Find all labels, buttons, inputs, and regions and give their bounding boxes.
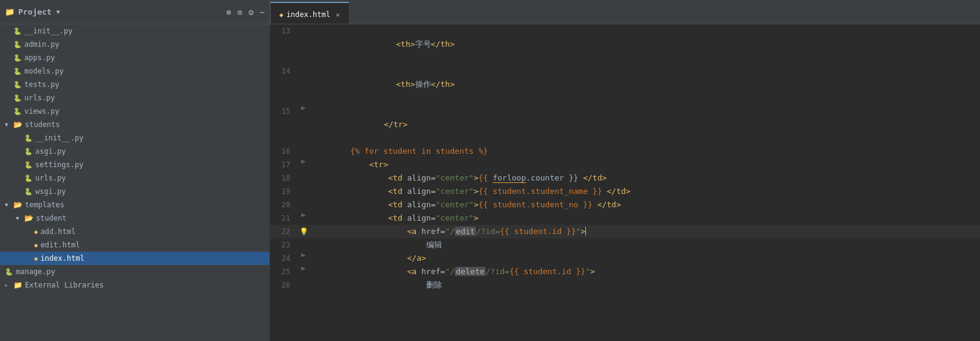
sidebar-item-templates-folder[interactable]: ▼ 📂 templates: [0, 198, 270, 212]
arrow-down-icon: ▼: [16, 215, 24, 221]
py-icon: 🐍: [13, 108, 22, 115]
svg-marker-0: [301, 106, 306, 110]
arrow-right-icon: ▶: [5, 282, 13, 288]
folder-open-icon: 📂: [24, 214, 33, 222]
sidebar-item-edit-html[interactable]: ◆ edit.html: [0, 238, 270, 252]
code-line-13: 13 <th>字号</th>: [270, 24, 980, 64]
code-line-17: 17 <tr>: [270, 158, 980, 171]
sidebar-item-urls2[interactable]: 🐍 urls.py: [0, 171, 270, 185]
line-content: </tr>: [310, 105, 980, 145]
line-content: 编辑: [310, 238, 980, 252]
py-icon: 🐍: [5, 268, 13, 276]
project-folder-icon: 📁: [5, 7, 15, 16]
sidebar-item-add-html[interactable]: ◆ add.html: [0, 225, 270, 238]
line-content: </a>: [310, 252, 980, 265]
folder-blue-icon: 📁: [13, 281, 22, 289]
svg-marker-3: [301, 253, 306, 257]
line-number: 20: [270, 198, 298, 212]
line-number: 23: [270, 238, 298, 252]
tab-bar: ◆ index.html ×: [270, 0, 980, 24]
line-content: <td align="center">{{ forloop.counter }}…: [310, 171, 980, 185]
code-line-21: 21 <td align="center">: [270, 212, 980, 225]
sidebar-item-init-root[interactable]: 🐍 __init__.py: [0, 24, 270, 38]
sidebar-item-manage[interactable]: 🐍 manage.py: [0, 265, 270, 278]
bulb-icon[interactable]: 💡: [299, 225, 308, 238]
sidebar-item-admin[interactable]: 🐍 admin.py: [0, 38, 270, 51]
py-icon: 🐍: [24, 174, 33, 182]
folder-open-icon: 📂: [13, 120, 22, 129]
sidebar-item-wsgi[interactable]: 🐍 wsgi.py: [0, 185, 270, 198]
code-editor: 13 <th>字号</th> 14 <th>操作</th> 15: [270, 24, 980, 341]
line-gutter-bulb[interactable]: 💡: [298, 225, 310, 238]
line-content: <td align="center">{{ student.student_na…: [310, 185, 980, 198]
collapse-all-icon[interactable]: ≡: [237, 7, 242, 17]
new-file-icon[interactable]: ⊕: [226, 7, 231, 17]
project-title: Project: [18, 7, 52, 16]
line-gutter-fold: [298, 212, 310, 219]
py-icon: 🐍: [24, 188, 33, 196]
sidebar-item-apps[interactable]: 🐍 apps.py: [0, 51, 270, 64]
html-icon: ◆: [34, 255, 38, 263]
line-number: 18: [270, 171, 298, 185]
sidebar-item-views[interactable]: 🐍 views.py: [0, 105, 270, 118]
line-number: 19: [270, 185, 298, 198]
folder-open-icon: 📂: [13, 201, 22, 209]
line-content: <tr>: [310, 158, 980, 171]
minimize-icon[interactable]: −: [260, 7, 265, 17]
sidebar-item-settings[interactable]: 🐍 settings.py: [0, 158, 270, 171]
line-content: {% for student in students %}: [310, 145, 980, 158]
sidebar-header: 📁 Project ▼ ⊕ ≡ ⚙ −: [0, 0, 270, 24]
tab-label: index.html: [287, 10, 330, 19]
line-number: 22: [270, 225, 298, 238]
sidebar-item-index-html[interactable]: ◆ index.html: [0, 252, 270, 265]
project-dropdown-icon[interactable]: ▼: [56, 9, 60, 15]
tab-close-icon[interactable]: ×: [336, 11, 340, 19]
py-icon: 🐍: [13, 54, 22, 62]
tab-index-html[interactable]: ◆ index.html ×: [270, 2, 349, 24]
line-number: 15: [270, 105, 298, 118]
svg-marker-4: [301, 267, 306, 270]
py-icon: 🐍: [24, 134, 33, 142]
code-line-15: 15 </tr>: [270, 105, 980, 145]
sidebar-item-student-subfolder[interactable]: ▼ 📂 student: [0, 212, 270, 225]
py-icon: 🐍: [13, 94, 22, 102]
line-gutter-fold: [298, 265, 310, 272]
line-content: <td align="center">: [310, 212, 980, 225]
line-content: <td align="center">{{ student.student_no…: [310, 198, 980, 212]
arrow-down-icon: ▼: [5, 202, 13, 208]
code-line-22: 22 💡 <a href="/edit/?id={{ student.id }}…: [270, 225, 980, 238]
py-icon: 🐍: [13, 81, 22, 89]
code-line-14: 14 <th>操作</th>: [270, 64, 980, 105]
line-number: 25: [270, 265, 298, 278]
sidebar-item-urls1[interactable]: 🐍 urls.py: [0, 91, 270, 105]
line-content: <a href="/edit/?id={{ student.id }}">: [310, 225, 980, 238]
py-icon: 🐍: [24, 161, 33, 169]
line-content: <th>操作</th>: [310, 64, 980, 105]
sidebar-item-external-libs[interactable]: ▶ 📁 External Libraries: [0, 278, 270, 292]
svg-marker-1: [301, 160, 306, 164]
line-gutter-fold: [298, 158, 310, 165]
code-line-20: 20 <td align="center">{{ student.student…: [270, 198, 980, 212]
tab-file-icon: ◆: [279, 11, 284, 19]
sidebar-item-init-students[interactable]: 🐍 __init__.py: [0, 131, 270, 145]
sidebar-item-tests[interactable]: 🐍 tests.py: [0, 78, 270, 91]
code-line-23: 23 编辑: [270, 238, 980, 252]
line-number: 26: [270, 278, 298, 292]
line-number: 14: [270, 64, 298, 78]
sidebar-item-students-folder[interactable]: ▼ 📂 students: [0, 118, 270, 131]
line-number: 24: [270, 252, 298, 265]
settings-icon[interactable]: ⚙: [248, 7, 253, 17]
line-number: 21: [270, 212, 298, 225]
code-line-16: 16 {% for student in students %}: [270, 145, 980, 158]
line-number: 17: [270, 158, 298, 171]
sidebar-item-models[interactable]: 🐍 models.py: [0, 64, 270, 78]
code-line-24: 24 </a>: [270, 252, 980, 265]
line-number: 16: [270, 145, 298, 158]
html-icon: ◆: [34, 241, 38, 249]
html-icon: ◆: [34, 228, 38, 236]
sidebar-item-asgi[interactable]: 🐍 asgi.py: [0, 145, 270, 158]
code-line-18: 18 <td align="center">{{ forloop.counter…: [270, 171, 980, 185]
code-line-26: 26 删除: [270, 278, 980, 292]
sidebar: 🐍 __init__.py 🐍 admin.py 🐍 apps.py 🐍 mod…: [0, 24, 270, 341]
line-gutter-fold: [298, 252, 310, 259]
